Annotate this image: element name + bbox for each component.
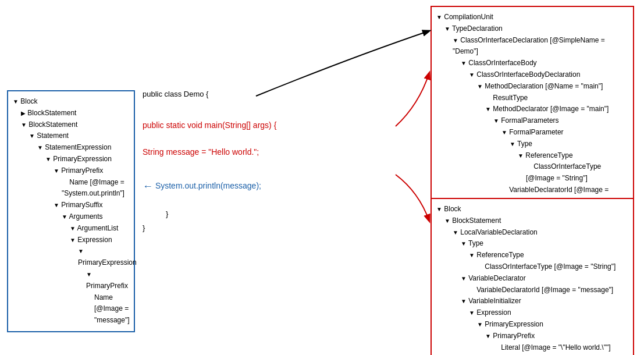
rt-node-methoddeclarator: ▼ MethodDeclarator [@Image = "main"] [436,104,628,115]
code-line-1: public class Demo { [143,87,410,101]
code-line-4: ← System.out.println(message); [143,177,410,196]
node-label: Arguments [69,212,103,221]
rb-node-blockstatement: ▼ BlockStatement [436,215,628,227]
code-area: public class Demo { public static void m… [143,87,410,235]
node-label: BlockStatement [27,109,76,117]
node-label: PrimaryExpression [53,155,112,163]
node-label: Name [@Image = "message"] [94,293,130,325]
tree-node-expression: ▼ Expression [13,235,129,246]
rt-node-classinterfacedecl: ▼ ClassOrInterfaceDeclaration [@SimpleNa… [436,35,628,58]
code-line-2: public static void main(String[] args) { [143,118,410,133]
node-label: Statement [37,132,69,140]
left-ast-tree: ▼ Block ▶ BlockStatement ▼ BlockStatemen… [7,90,135,332]
tree-node-block: ▼ Block [13,96,129,108]
rb-node-expression: ▼ Expression [436,307,628,319]
node-label: PrimaryPrefix [61,166,103,175]
rb-node-classinterfacetype: ▼ ClassOrInterfaceType [@Image = "String… [436,261,628,273]
rb-node-vardeclaratorid: ▼ VariableDeclaratorId [@Image = "messag… [436,285,628,296]
rt-node-typedeclaration: ▼ TypeDeclaration [436,23,628,35]
rt-node-compilationunit: ▼ CompilationUnit [436,12,628,23]
rt-node-classinterfacetype: ▼ ClassOrInterfaceType [@Image = "String… [436,161,628,184]
tree-node-name2: Name [@Image = "message"] [13,292,129,326]
tree-node-name1: ▼ Name [@Image = "System.out.println"] [13,177,129,200]
node-label: PrimaryExpression [78,258,137,267]
tree-node-arguments: ▼ Arguments [13,211,129,223]
node-label: ArgumentList [77,224,119,232]
tree-node-primaryexpression1: ▼ PrimaryExpression [13,154,129,165]
tree-node-primaryprefix1: ▼ PrimaryPrefix [13,165,129,177]
node-label: Expression [77,236,112,244]
code-line-5: } [143,207,410,221]
node-label: PrimarySuffix [61,201,102,209]
right-bottom-ast-tree: ▼ Block ▼ BlockStatement ▼ LocalVariable… [430,198,634,355]
rt-node-formalparam: ▼ FormalParameter [436,127,628,139]
node-label: PrimaryPrefix [86,282,128,290]
rb-node-localvardecl: ▼ LocalVariableDeclaration [436,227,628,239]
rt-node-type: ▼ Type [436,139,628,150]
tree-node-primaryprefix2: ▼ PrimaryPrefix [13,269,129,292]
rb-node-vardeclarator: ▼ VariableDeclarator [436,273,628,285]
tree-node-argumentlist: ▼ ArgumentList [13,223,129,235]
tree-node-primaryexpression2: ▼ PrimaryExpression [13,246,129,269]
rt-node-classbodydecl: ▼ ClassOrInterfaceBodyDeclaration [436,69,628,81]
rb-node-varinitializer: ▼ VariableInitializer [436,296,628,307]
tree-node-statementexpression: ▼ StatementExpression [13,142,129,154]
rt-node-classbody: ▼ ClassOrInterfaceBody [436,58,628,69]
rt-node-reftype: ▼ ReferenceType [436,150,628,162]
rt-node-formalparams: ▼ FormalParameters [436,115,628,127]
rb-node-literal: ▼ Literal [@Image = "\"Hello world.\""] [436,342,628,354]
code-line-6: } [143,221,410,235]
tree-node-blockstatement1: ▶ BlockStatement [13,108,129,119]
rb-node-block: ▼ Block [436,204,628,215]
rt-node-methoddecl: ▼ MethodDeclaration [@Name = "main"] [436,81,628,93]
rb-node-primaryprefix: ▼ PrimaryPrefix [436,331,628,342]
node-label: Block [20,97,37,105]
rb-node-reftype: ▼ ReferenceType [436,250,628,261]
tree-node-statement: ▼ Statement [13,130,129,142]
tree-node-blockstatement2: ▼ BlockStatement [13,119,129,131]
rt-node-resulttype: ▼ ResultType [436,93,628,104]
node-label: BlockStatement [29,120,77,129]
node-label: StatementExpression [45,143,111,151]
code-line-3: String message = "Hello world."; [143,145,410,159]
node-label: Name [@Image = "System.out.println"] [62,178,124,198]
rb-node-primaryexpression: ▼ PrimaryExpression [436,319,628,331]
tree-node-primarysuffix: ▼ PrimarySuffix [13,200,129,211]
rb-node-type: ▼ Type [436,238,628,250]
